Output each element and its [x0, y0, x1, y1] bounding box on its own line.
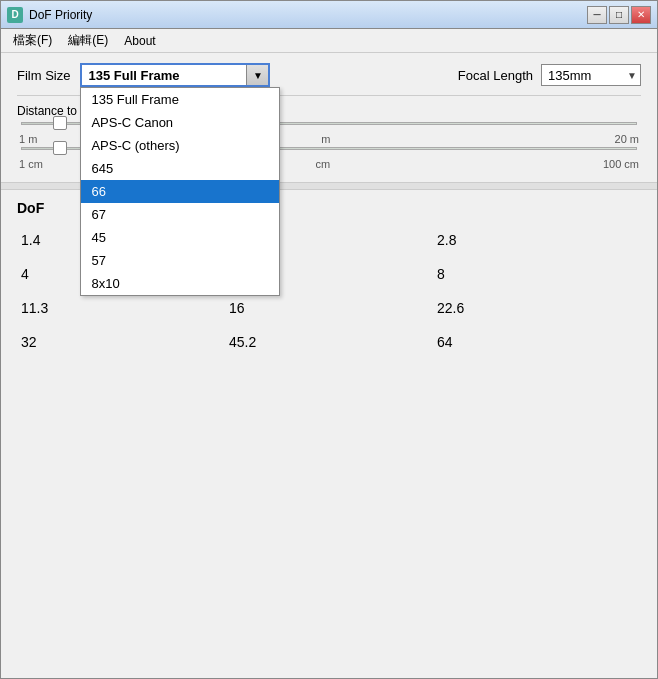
minimize-button[interactable]: ─ — [587, 6, 607, 24]
cm-scale-min: 1 cm — [19, 158, 43, 170]
option-57[interactable]: 57 — [81, 249, 279, 272]
controls-row: Film Size 135 Full Frame ▼ 135 Full Fram… — [17, 63, 641, 87]
menu-about[interactable]: About — [116, 32, 163, 50]
option-66[interactable]: 66 — [81, 180, 279, 203]
option-645[interactable]: 645 — [81, 157, 279, 180]
dof-value-8: 22.6 — [433, 298, 641, 318]
dof-value-5: 8 — [433, 264, 641, 284]
dof-value-9: 32 — [17, 332, 225, 352]
focal-length-label: Focal Length — [458, 68, 533, 83]
menu-bar: 檔案(F) 編輯(E) About — [1, 29, 657, 53]
option-apsc-others[interactable]: APS-C (others) — [81, 134, 279, 157]
dof-value-11: 64 — [433, 332, 641, 352]
option-67[interactable]: 67 — [81, 203, 279, 226]
title-bar: D DoF Priority ─ □ ✕ — [1, 1, 657, 29]
focal-length-select[interactable]: 135mm ▼ — [541, 64, 641, 86]
meter-scale-mid: m — [321, 133, 330, 145]
option-apsc-canon[interactable]: APS-C Canon — [81, 111, 279, 134]
film-size-arrow-icon: ▼ — [246, 65, 268, 85]
dof-value-2: 2.8 — [433, 230, 641, 250]
dof-value-10: 45.2 — [225, 332, 433, 352]
app-icon: D — [7, 7, 23, 23]
option-8x10[interactable]: 8x10 — [81, 272, 279, 295]
focal-arrow-icon: ▼ — [624, 65, 640, 85]
meter-scale-max: 20 m — [615, 133, 639, 145]
film-size-label: Film Size — [17, 68, 70, 83]
app-window: D DoF Priority ─ □ ✕ 檔案(F) 編輯(E) About F… — [0, 0, 658, 679]
option-135-full-frame[interactable]: 135 Full Frame — [81, 88, 279, 111]
focal-length-section: Focal Length 135mm ▼ — [458, 64, 641, 86]
menu-file[interactable]: 檔案(F) — [5, 30, 60, 51]
film-size-value: 135 Full Frame — [82, 68, 246, 83]
film-size-select[interactable]: 135 Full Frame ▼ — [80, 63, 270, 87]
meter-scale-min: 1 m — [19, 133, 37, 145]
menu-edit[interactable]: 編輯(E) — [60, 30, 116, 51]
window-title: DoF Priority — [29, 8, 587, 22]
main-content: Film Size 135 Full Frame ▼ 135 Full Fram… — [1, 53, 657, 678]
film-size-dropdown: 135 Full Frame APS-C Canon APS-C (others… — [80, 87, 280, 296]
meter-slider-thumb[interactable] — [53, 116, 67, 130]
window-controls: ─ □ ✕ — [587, 6, 651, 24]
cm-slider-thumb[interactable] — [53, 141, 67, 155]
focal-length-value: 135mm — [542, 68, 624, 83]
close-button[interactable]: ✕ — [631, 6, 651, 24]
cm-scale-mid: cm — [316, 158, 331, 170]
film-size-select-container: 135 Full Frame ▼ 135 Full Frame APS-C Ca… — [80, 63, 270, 87]
dof-value-7: 16 — [225, 298, 433, 318]
maximize-button[interactable]: □ — [609, 6, 629, 24]
option-45[interactable]: 45 — [81, 226, 279, 249]
cm-scale-max: 100 cm — [603, 158, 639, 170]
dof-value-6: 11.3 — [17, 298, 225, 318]
